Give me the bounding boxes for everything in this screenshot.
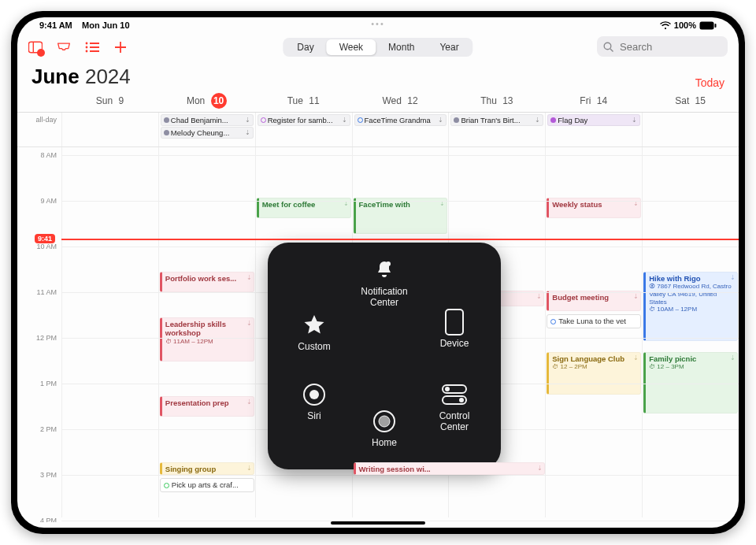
status-date: Mon Jun 10 [82, 20, 130, 30]
at-label: Notification Center [361, 287, 407, 309]
hour-label: 2 PM [40, 425, 57, 433]
allday-cell[interactable]: FaceTime Grandma⇣ [352, 113, 449, 146]
day-column[interactable] [61, 147, 158, 517]
svg-point-6 [86, 50, 88, 53]
svg-point-19 [309, 390, 319, 399]
at-label: Device [440, 339, 469, 350]
allday-event-chip[interactable]: Register for samb...⇣ [258, 114, 350, 126]
device-icon [441, 309, 468, 336]
at-label: Custom [298, 342, 330, 353]
calendar-event[interactable]: Budget meeting⇣ [547, 291, 641, 311]
weekday-header: Sun 9Mon 10Tue 11Wed 12Thu 13Fri 14Sat 1… [17, 89, 739, 113]
add-event-icon[interactable] [113, 40, 128, 54]
allday-event-chip[interactable]: Melody Cheung...⇣ [161, 127, 254, 139]
at-control-center[interactable]: Control Center [419, 381, 490, 433]
calendar-event[interactable]: Sign Language Club⏱ 12 – 2PM⇣ [547, 352, 641, 395]
calendar-event[interactable]: Hike with Rigo⦿ 7867 Redwood Rd, Castro … [643, 272, 738, 341]
inbox-icon[interactable] [57, 40, 71, 54]
at-label: Siri [307, 411, 321, 422]
allday-cell[interactable] [61, 113, 158, 146]
month-title: June 2024 [32, 65, 131, 89]
wifi-icon [660, 21, 671, 30]
day-column[interactable]: Weekly status⇣Budget meeting⇣Take Luna t… [545, 147, 642, 517]
svg-point-21 [445, 387, 450, 391]
hour-label: 3 PM [40, 471, 57, 479]
bell-icon [371, 257, 398, 284]
calendar-sidebar-icon[interactable] [28, 40, 43, 54]
hour-label: 10 AM [36, 243, 57, 250]
weekday-header-cell[interactable]: Sun 9 [61, 95, 158, 106]
today-button[interactable]: Today [695, 76, 724, 89]
allday-cell[interactable]: Brian Tran's Birt...⇣ [448, 113, 545, 146]
weekday-header-cell[interactable]: Wed 12 [352, 95, 449, 106]
day-column[interactable]: Portfolio work ses...⇣Leadership skills … [158, 147, 255, 517]
calendar-event[interactable]: Leadership skills workshop⏱ 11AM – 12PM⇣ [160, 317, 254, 361]
home-button-icon [371, 408, 398, 435]
battery-icon [699, 21, 717, 30]
at-home[interactable]: Home [349, 408, 420, 449]
allday-event-chip[interactable]: Chad Benjamin...⇣ [161, 114, 254, 126]
seg-year[interactable]: Year [427, 39, 471, 55]
app-toolbar: Day Week Month Year [17, 33, 739, 61]
at-label: Control Center [439, 411, 470, 433]
hour-label: 9 AM [40, 197, 57, 205]
at-custom[interactable]: Custom [279, 312, 350, 353]
seg-day[interactable]: Day [284, 39, 326, 55]
allday-event-chip[interactable]: FaceTime Grandma⇣ [354, 114, 447, 126]
svg-rect-0 [700, 21, 714, 29]
hour-label: 8 AM [40, 151, 57, 159]
toggles-icon [441, 381, 468, 408]
at-device[interactable]: Device [419, 309, 490, 350]
calendar-event[interactable]: Presentation prep⇣ [160, 396, 254, 417]
search-icon [603, 42, 613, 52]
assistivetouch-menu[interactable]: Notification Center Custom Device Siri [268, 243, 501, 469]
calendar-event[interactable]: Family picnic⏱ 12 – 3PM⇣ [643, 352, 738, 413]
star-icon [301, 312, 328, 339]
seg-month[interactable]: Month [376, 39, 427, 55]
weekday-header-cell[interactable]: Mon 10 [158, 93, 255, 109]
calendar-event[interactable]: FaceTime with⇣ [354, 198, 448, 234]
allday-event-chip[interactable]: Brian Tran's Birt...⇣ [450, 114, 543, 126]
svg-point-4 [86, 43, 88, 45]
allday-cell[interactable]: Chad Benjamin...⇣Melody Cheung...⇣ [158, 113, 255, 146]
allday-label: all-day [17, 113, 61, 146]
svg-point-12 [604, 43, 611, 50]
at-siri[interactable]: Siri [279, 381, 350, 422]
weekday-header-cell[interactable]: Thu 13 [448, 95, 545, 106]
allday-cell[interactable]: Register for samb...⇣ [255, 113, 352, 146]
seg-week[interactable]: Week [327, 39, 376, 55]
weekday-header-cell[interactable]: Tue 11 [255, 95, 352, 106]
at-label: Home [372, 438, 397, 449]
day-column[interactable]: Hike with Rigo⦿ 7867 Redwood Rd, Castro … [642, 147, 739, 517]
calendar-event[interactable]: Pick up arts & craf... [160, 478, 254, 492]
month-header-row: June 2024 Today [17, 61, 739, 89]
status-time: 9:41 AM [39, 20, 72, 30]
calendar-event[interactable]: Writing session wi...⇣ [354, 462, 546, 475]
list-icon[interactable] [85, 40, 99, 54]
search-input[interactable] [618, 40, 739, 54]
svg-point-16 [386, 261, 391, 266]
allday-cell[interactable]: Flag Day⇣ [545, 113, 642, 146]
view-segmented-control: Day Week Month Year [283, 38, 472, 57]
calendar-event[interactable]: Take Luna to the vet [547, 314, 641, 328]
home-indicator[interactable] [331, 521, 425, 525]
hour-label: 1 PM [40, 380, 57, 387]
weekday-header-cell[interactable]: Sat 15 [642, 95, 739, 106]
calendar-event[interactable]: Singing group⇣ [160, 462, 254, 475]
allday-event-chip[interactable]: Flag Day⇣ [547, 114, 640, 126]
month-name: June [32, 65, 80, 88]
svg-line-13 [610, 49, 613, 52]
allday-cell[interactable] [642, 113, 739, 146]
svg-rect-17 [446, 310, 463, 335]
hour-label: 12 PM [36, 334, 57, 342]
siri-icon [301, 381, 328, 408]
at-notification-center[interactable]: Notification Center [349, 257, 420, 309]
svg-point-5 [86, 46, 88, 49]
now-indicator: 9:41 [35, 234, 55, 243]
svg-point-23 [459, 398, 464, 402]
allday-row: all-day Chad Benjamin...⇣Melody Cheung..… [17, 113, 739, 147]
calendar-event[interactable]: Portfolio work ses...⇣ [160, 272, 254, 292]
multitasking-dots[interactable]: ••• [371, 19, 385, 28]
search-field[interactable] [597, 36, 728, 57]
weekday-header-cell[interactable]: Fri 14 [545, 95, 642, 106]
